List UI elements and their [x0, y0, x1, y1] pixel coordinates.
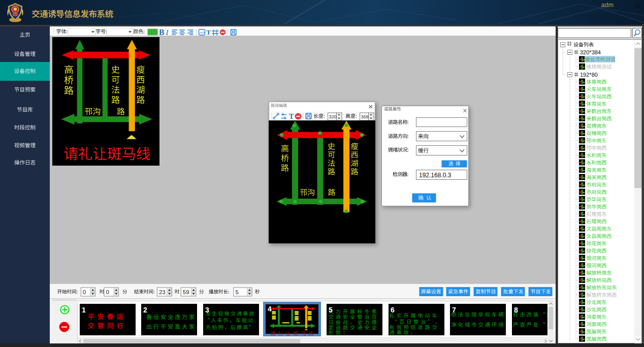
svg-text:4: 4	[268, 305, 272, 313]
svg-text:320*384: 320*384	[580, 49, 601, 55]
svg-text:3: 3	[205, 306, 209, 314]
svg-text:7: 7	[452, 306, 456, 314]
svg-text:6: 6	[391, 306, 395, 314]
svg-text:5: 5	[329, 306, 333, 314]
svg-text:8: 8	[514, 306, 518, 314]
svg-text:192*80: 192*80	[580, 72, 598, 78]
svg-text:adm: adm	[601, 2, 614, 9]
svg-text:1: 1	[82, 306, 86, 314]
svg-text:2: 2	[143, 306, 147, 314]
